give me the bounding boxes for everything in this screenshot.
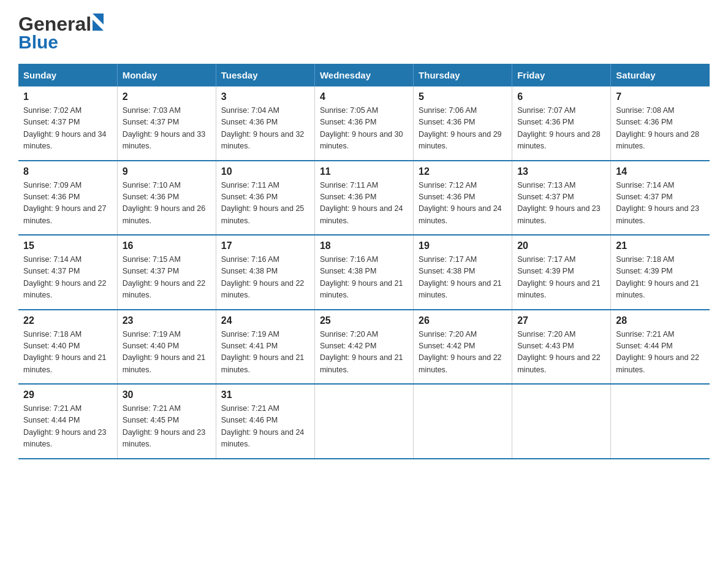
day-number: 21 xyxy=(616,240,705,251)
day-number: 3 xyxy=(221,91,309,102)
day-info: Sunrise: 7:21 AMSunset: 4:45 PMDaylight:… xyxy=(123,404,206,448)
day-number: 1 xyxy=(23,91,112,102)
calendar-cell: 29 Sunrise: 7:21 AMSunset: 4:44 PMDaylig… xyxy=(18,384,117,459)
logo-arrow-icon xyxy=(93,13,110,36)
calendar-cell: 21 Sunrise: 7:18 AMSunset: 4:39 PMDaylig… xyxy=(611,235,710,310)
day-number: 8 xyxy=(23,166,112,177)
day-number: 23 xyxy=(123,315,211,326)
day-number: 7 xyxy=(616,91,705,102)
calendar-cell: 7 Sunrise: 7:08 AMSunset: 4:36 PMDayligh… xyxy=(611,86,710,161)
day-number: 11 xyxy=(320,166,408,177)
day-number: 14 xyxy=(616,166,705,177)
calendar-cell: 14 Sunrise: 7:14 AMSunset: 4:37 PMDaylig… xyxy=(611,161,710,236)
weekday-header-saturday: Saturday xyxy=(611,64,710,86)
day-number: 31 xyxy=(221,389,309,400)
day-info: Sunrise: 7:08 AMSunset: 4:36 PMDaylight:… xyxy=(616,106,699,150)
calendar-cell: 10 Sunrise: 7:11 AMSunset: 4:36 PMDaylig… xyxy=(216,161,314,236)
day-info: Sunrise: 7:14 AMSunset: 4:37 PMDaylight:… xyxy=(616,181,699,225)
calendar-table: SundayMondayTuesdayWednesdayThursdayFrid… xyxy=(18,64,710,459)
day-number: 26 xyxy=(419,315,507,326)
day-info: Sunrise: 7:17 AMSunset: 4:38 PMDaylight:… xyxy=(419,255,502,299)
day-info: Sunrise: 7:13 AMSunset: 4:37 PMDaylight:… xyxy=(517,181,601,225)
calendar-week-row: 8 Sunrise: 7:09 AMSunset: 4:36 PMDayligh… xyxy=(18,161,710,236)
day-info: Sunrise: 7:05 AMSunset: 4:36 PMDaylight:… xyxy=(320,106,403,150)
calendar-cell: 8 Sunrise: 7:09 AMSunset: 4:36 PMDayligh… xyxy=(18,161,117,236)
calendar-cell: 24 Sunrise: 7:19 AMSunset: 4:41 PMDaylig… xyxy=(216,310,314,385)
day-info: Sunrise: 7:16 AMSunset: 4:38 PMDaylight:… xyxy=(320,255,403,299)
day-info: Sunrise: 7:19 AMSunset: 4:41 PMDaylight:… xyxy=(221,330,305,374)
weekday-header-row: SundayMondayTuesdayWednesdayThursdayFrid… xyxy=(18,64,710,86)
calendar-cell: 11 Sunrise: 7:11 AMSunset: 4:36 PMDaylig… xyxy=(314,161,413,236)
day-number: 29 xyxy=(23,389,112,400)
weekday-header-sunday: Sunday xyxy=(18,64,117,86)
day-info: Sunrise: 7:20 AMSunset: 4:43 PMDaylight:… xyxy=(517,330,601,374)
day-info: Sunrise: 7:06 AMSunset: 4:36 PMDaylight:… xyxy=(419,106,502,150)
day-number: 2 xyxy=(123,91,211,102)
calendar-cell: 18 Sunrise: 7:16 AMSunset: 4:38 PMDaylig… xyxy=(314,235,413,310)
calendar-cell: 1 Sunrise: 7:02 AMSunset: 4:37 PMDayligh… xyxy=(18,86,117,161)
calendar-cell xyxy=(611,384,710,459)
weekday-header-tuesday: Tuesday xyxy=(216,64,314,86)
calendar-cell: 22 Sunrise: 7:18 AMSunset: 4:40 PMDaylig… xyxy=(18,310,117,385)
day-info: Sunrise: 7:19 AMSunset: 4:40 PMDaylight:… xyxy=(123,330,206,374)
calendar-cell: 23 Sunrise: 7:19 AMSunset: 4:40 PMDaylig… xyxy=(117,310,216,385)
day-number: 5 xyxy=(419,91,507,102)
day-number: 18 xyxy=(320,240,408,251)
calendar-cell: 30 Sunrise: 7:21 AMSunset: 4:45 PMDaylig… xyxy=(117,384,216,459)
day-info: Sunrise: 7:07 AMSunset: 4:36 PMDaylight:… xyxy=(517,106,601,150)
calendar-cell: 4 Sunrise: 7:05 AMSunset: 4:36 PMDayligh… xyxy=(314,86,413,161)
day-number: 17 xyxy=(221,240,309,251)
day-number: 6 xyxy=(517,91,605,102)
calendar-cell: 15 Sunrise: 7:14 AMSunset: 4:37 PMDaylig… xyxy=(18,235,117,310)
day-number: 9 xyxy=(123,166,211,177)
day-info: Sunrise: 7:20 AMSunset: 4:42 PMDaylight:… xyxy=(320,330,403,374)
day-info: Sunrise: 7:18 AMSunset: 4:39 PMDaylight:… xyxy=(616,255,699,299)
day-number: 12 xyxy=(419,166,507,177)
day-number: 28 xyxy=(616,315,705,326)
day-number: 25 xyxy=(320,315,408,326)
calendar-cell: 25 Sunrise: 7:20 AMSunset: 4:42 PMDaylig… xyxy=(314,310,413,385)
day-info: Sunrise: 7:18 AMSunset: 4:40 PMDaylight:… xyxy=(23,330,107,374)
weekday-header-wednesday: Wednesday xyxy=(314,64,413,86)
day-info: Sunrise: 7:12 AMSunset: 4:36 PMDaylight:… xyxy=(419,181,502,225)
calendar-cell: 13 Sunrise: 7:13 AMSunset: 4:37 PMDaylig… xyxy=(512,161,611,236)
calendar-cell: 12 Sunrise: 7:12 AMSunset: 4:36 PMDaylig… xyxy=(414,161,512,236)
weekday-header-friday: Friday xyxy=(512,64,611,86)
calendar-cell: 6 Sunrise: 7:07 AMSunset: 4:36 PMDayligh… xyxy=(512,86,611,161)
calendar-cell: 31 Sunrise: 7:21 AMSunset: 4:46 PMDaylig… xyxy=(216,384,314,459)
calendar-cell: 9 Sunrise: 7:10 AMSunset: 4:36 PMDayligh… xyxy=(117,161,216,236)
calendar-cell: 3 Sunrise: 7:04 AMSunset: 4:36 PMDayligh… xyxy=(216,86,314,161)
day-number: 13 xyxy=(517,166,605,177)
day-info: Sunrise: 7:03 AMSunset: 4:37 PMDaylight:… xyxy=(123,106,206,150)
calendar-week-row: 29 Sunrise: 7:21 AMSunset: 4:44 PMDaylig… xyxy=(18,384,710,459)
day-info: Sunrise: 7:15 AMSunset: 4:37 PMDaylight:… xyxy=(123,255,206,299)
day-info: Sunrise: 7:02 AMSunset: 4:37 PMDaylight:… xyxy=(23,106,107,150)
day-number: 19 xyxy=(419,240,507,251)
day-info: Sunrise: 7:17 AMSunset: 4:39 PMDaylight:… xyxy=(517,255,601,299)
day-info: Sunrise: 7:20 AMSunset: 4:42 PMDaylight:… xyxy=(419,330,502,374)
weekday-header-monday: Monday xyxy=(117,64,216,86)
day-info: Sunrise: 7:10 AMSunset: 4:36 PMDaylight:… xyxy=(123,181,206,225)
day-number: 24 xyxy=(221,315,309,326)
day-number: 4 xyxy=(320,91,408,102)
day-info: Sunrise: 7:21 AMSunset: 4:46 PMDaylight:… xyxy=(221,404,305,448)
day-info: Sunrise: 7:04 AMSunset: 4:36 PMDaylight:… xyxy=(221,106,305,150)
calendar-cell: 2 Sunrise: 7:03 AMSunset: 4:37 PMDayligh… xyxy=(117,86,216,161)
day-number: 15 xyxy=(23,240,112,251)
calendar-week-row: 22 Sunrise: 7:18 AMSunset: 4:40 PMDaylig… xyxy=(18,310,710,385)
day-number: 20 xyxy=(517,240,605,251)
calendar-cell: 19 Sunrise: 7:17 AMSunset: 4:38 PMDaylig… xyxy=(414,235,512,310)
day-number: 22 xyxy=(23,315,112,326)
logo-blue: Blue xyxy=(18,32,58,53)
day-info: Sunrise: 7:11 AMSunset: 4:36 PMDaylight:… xyxy=(221,181,305,225)
calendar-week-row: 15 Sunrise: 7:14 AMSunset: 4:37 PMDaylig… xyxy=(18,235,710,310)
calendar-cell: 5 Sunrise: 7:06 AMSunset: 4:36 PMDayligh… xyxy=(414,86,512,161)
calendar-week-row: 1 Sunrise: 7:02 AMSunset: 4:37 PMDayligh… xyxy=(18,86,710,161)
day-info: Sunrise: 7:16 AMSunset: 4:38 PMDaylight:… xyxy=(221,255,305,299)
calendar-cell: 28 Sunrise: 7:21 AMSunset: 4:44 PMDaylig… xyxy=(611,310,710,385)
calendar-cell xyxy=(414,384,512,459)
calendar-cell: 26 Sunrise: 7:20 AMSunset: 4:42 PMDaylig… xyxy=(414,310,512,385)
weekday-header-thursday: Thursday xyxy=(414,64,512,86)
day-info: Sunrise: 7:11 AMSunset: 4:36 PMDaylight:… xyxy=(320,181,403,225)
logo: General Blue xyxy=(18,12,110,53)
